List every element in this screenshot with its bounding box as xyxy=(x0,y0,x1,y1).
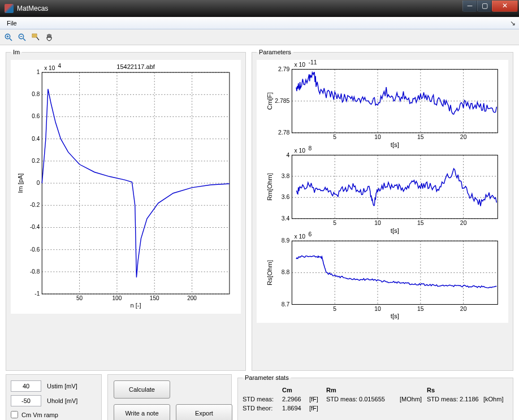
svg-text:t[s]: t[s] xyxy=(391,141,399,148)
cm-vm-ramp-label: Cm Vm ramp xyxy=(21,412,58,418)
menu-bar: File ↘ xyxy=(0,17,519,29)
cm-vm-ramp-checkbox[interactable] xyxy=(11,411,18,418)
im-plot[interactable]: 50100150200-1-0.8-0.6-0.4-0.200.20.40.60… xyxy=(11,60,241,314)
svg-text:x 10: x 10 xyxy=(44,65,55,71)
svg-text:-0.4: -0.4 xyxy=(30,224,40,230)
svg-text:1: 1 xyxy=(37,69,40,75)
calculate-button[interactable]: Calculate xyxy=(114,380,170,399)
svg-text:20: 20 xyxy=(460,220,467,226)
pan-icon[interactable] xyxy=(43,31,55,44)
svg-text:x 10: x 10 xyxy=(295,148,306,154)
window-buttons: ─ ▢ ✕ xyxy=(462,1,518,12)
svg-text:15: 15 xyxy=(417,306,424,312)
svg-text:10: 10 xyxy=(374,306,381,312)
svg-rect-66 xyxy=(292,155,498,218)
svg-text:n [-]: n [-] xyxy=(131,302,141,309)
svg-line-5 xyxy=(23,38,25,41)
svg-text:-0.6: -0.6 xyxy=(30,246,40,253)
svg-text:-11: -11 xyxy=(308,60,317,66)
stats-rs-meas: 2.1186 xyxy=(460,396,479,402)
im-panel-title: Im xyxy=(11,49,22,55)
svg-text:20: 20 xyxy=(460,306,467,312)
im-panel: Im 50100150200-1-0.8-0.6-0.4-0.200.20.40… xyxy=(6,49,246,371)
toolbar xyxy=(0,29,519,45)
stats-cm-header: Cm xyxy=(282,387,309,393)
maximize-button[interactable]: ▢ xyxy=(477,1,492,12)
stats-rm-unit: [MOhm] xyxy=(400,396,427,402)
svg-text:x 10: x 10 xyxy=(295,62,306,68)
svg-line-10 xyxy=(37,37,39,40)
ustim-label: Ustim [mV] xyxy=(47,383,77,389)
app-icon xyxy=(5,4,14,13)
parameters-plot-area[interactable]: 51015202.782.7852.79x 10-11t[s]Cm[F]5101… xyxy=(257,60,508,323)
stats-cm-theor: 1.8694 xyxy=(282,405,309,412)
parameter-stats-panel: Parameter stats Cm Rm Rs STD meas: 2.296… xyxy=(237,374,513,420)
export-button[interactable]: Export xyxy=(176,404,232,420)
zoom-in-icon[interactable] xyxy=(2,31,15,44)
svg-line-1 xyxy=(10,38,12,41)
stats-cm-meas: 2.2966 xyxy=(282,396,309,402)
stats-rs-unit: [kOhm] xyxy=(483,396,508,402)
svg-text:8.7: 8.7 xyxy=(282,301,290,308)
svg-text:15422117.abf: 15422117.abf xyxy=(116,63,155,70)
svg-text:0.8: 0.8 xyxy=(32,91,40,97)
svg-text:3.4: 3.4 xyxy=(282,215,290,222)
svg-text:6: 6 xyxy=(308,231,312,237)
stats-row1-label: STD meas: xyxy=(243,396,282,402)
parameters-panel-title: Parameters xyxy=(257,49,293,55)
svg-text:Cm[F]: Cm[F] xyxy=(266,92,273,110)
stim-inputs-panel: Ustim [mV] Uhold [mV] Cm Vm ramp xyxy=(6,374,102,420)
svg-text:50: 50 xyxy=(76,295,83,301)
svg-text:200: 200 xyxy=(187,295,197,301)
svg-text:20: 20 xyxy=(460,134,467,140)
svg-text:3.8: 3.8 xyxy=(282,173,290,179)
svg-text:2.785: 2.785 xyxy=(275,98,289,104)
svg-text:x 10: x 10 xyxy=(295,233,306,240)
stats-rs-header: Rs xyxy=(427,387,483,393)
uhold-input[interactable] xyxy=(11,395,41,406)
zoom-out-icon[interactable] xyxy=(16,31,28,44)
svg-text:5: 5 xyxy=(333,306,336,312)
svg-text:0.6: 0.6 xyxy=(32,114,40,120)
window-title: MatMecas xyxy=(17,5,462,12)
svg-text:-1: -1 xyxy=(34,291,40,297)
write-note-button[interactable]: Write a note xyxy=(114,404,170,420)
svg-text:-0.8: -0.8 xyxy=(30,269,40,275)
stats-row2-label: STD theor: xyxy=(243,405,282,412)
svg-rect-7 xyxy=(32,34,37,37)
svg-text:2.78: 2.78 xyxy=(278,129,289,136)
svg-text:Im [pA]: Im [pA] xyxy=(17,174,24,193)
dock-icon[interactable]: ↘ xyxy=(510,19,516,27)
stats-cm-unit: [fF] xyxy=(309,396,326,402)
svg-text:15: 15 xyxy=(417,220,424,226)
svg-text:0: 0 xyxy=(37,180,40,186)
svg-text:Rs[Ohm]: Rs[Ohm] xyxy=(266,260,273,285)
svg-text:0.4: 0.4 xyxy=(32,136,40,142)
svg-text:8.9: 8.9 xyxy=(282,237,290,244)
stats-rm-header: Rm xyxy=(326,387,400,393)
svg-text:-0.2: -0.2 xyxy=(30,202,40,208)
svg-text:8: 8 xyxy=(308,145,312,151)
svg-text:5: 5 xyxy=(333,220,336,226)
ustim-input[interactable] xyxy=(11,380,41,392)
close-button[interactable]: ✕ xyxy=(492,1,518,12)
svg-text:10: 10 xyxy=(374,220,381,226)
svg-text:100: 100 xyxy=(113,295,122,301)
svg-text:t[s]: t[s] xyxy=(391,227,399,234)
stats-cm-theor-unit: [fF] xyxy=(309,405,326,412)
data-cursor-icon[interactable] xyxy=(29,31,42,44)
svg-text:8.8: 8.8 xyxy=(282,269,290,275)
svg-text:15: 15 xyxy=(417,134,424,140)
minimize-button[interactable]: ─ xyxy=(462,1,477,12)
stats-rs-label: STD meas: xyxy=(427,396,458,402)
action-buttons-panel: Calculate Write a note Export xyxy=(107,374,232,420)
svg-text:2.79: 2.79 xyxy=(278,66,289,72)
svg-text:t[s]: t[s] xyxy=(391,313,399,319)
stats-rm-meas: 0.015655 xyxy=(359,396,385,402)
svg-text:5: 5 xyxy=(333,134,336,140)
menu-file[interactable]: File xyxy=(3,19,20,28)
svg-text:Rm[Ohm]: Rm[Ohm] xyxy=(266,173,273,201)
svg-text:3.6: 3.6 xyxy=(282,194,290,200)
parameters-panel: Parameters 51015202.782.7852.79x 10-11t[… xyxy=(252,49,513,371)
svg-text:4: 4 xyxy=(58,63,61,69)
